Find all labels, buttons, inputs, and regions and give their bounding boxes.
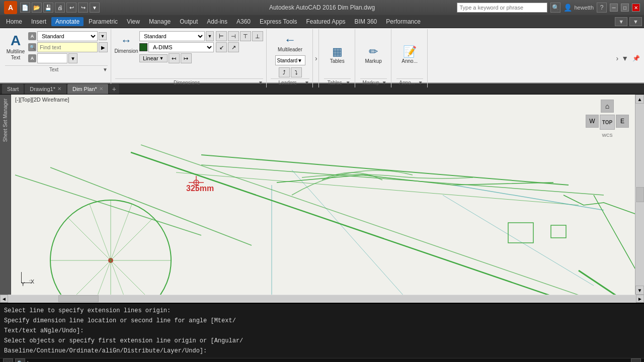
tab-dimplan-close[interactable]: ✕ bbox=[99, 86, 103, 92]
maximize-btn[interactable]: □ bbox=[621, 4, 629, 12]
dimensions-group-expand[interactable]: ▼ bbox=[258, 80, 263, 85]
anno-group-expand[interactable]: ▼ bbox=[418, 80, 423, 85]
cmd-expand-btn[interactable]: ▲ bbox=[631, 358, 641, 362]
menu-performance[interactable]: Performance bbox=[382, 17, 425, 26]
dim-extra-btn1[interactable]: ↙ bbox=[216, 42, 227, 52]
ml-extra-btn1[interactable]: ⤴ bbox=[279, 67, 290, 77]
multileader-btn[interactable]: ← Multileader bbox=[279, 31, 301, 53]
help-btn[interactable]: ? bbox=[597, 3, 607, 13]
new-tab-btn[interactable]: + bbox=[109, 84, 119, 94]
open-btn[interactable]: 📂 bbox=[32, 3, 42, 13]
redo-btn[interactable]: ↪ bbox=[78, 3, 88, 13]
tab-start[interactable]: Start bbox=[2, 84, 24, 94]
ml-extra-btn2[interactable]: ⤵ bbox=[291, 67, 302, 77]
ucs-icon: Y X + bbox=[15, 267, 35, 287]
dim-small-btn1[interactable]: ↤ bbox=[169, 53, 180, 63]
text-style-expand[interactable]: ▼ bbox=[99, 32, 107, 40]
dim-extra-btn2[interactable]: ↗ bbox=[228, 42, 239, 52]
menu-a360[interactable]: A360 bbox=[232, 17, 255, 26]
tab-drawing1-close[interactable]: ✕ bbox=[57, 86, 61, 92]
multiline-text-btn[interactable]: A Multiline Text bbox=[5, 33, 26, 61]
markup-group-expand[interactable]: ▼ bbox=[382, 80, 387, 85]
save-btn[interactable]: 💾 bbox=[43, 3, 53, 13]
close-btn[interactable]: ✕ bbox=[632, 4, 640, 12]
sheet-set-manager-label[interactable]: Sheet Set Manager bbox=[3, 95, 8, 146]
leaders-group-expand[interactable]: ▼ bbox=[304, 80, 309, 85]
search-input[interactable] bbox=[457, 3, 547, 13]
tables-btn[interactable]: ▦ Tables bbox=[330, 31, 345, 77]
cad-canvas[interactable] bbox=[0, 95, 644, 295]
nav-top-btn[interactable]: TOP bbox=[600, 115, 615, 130]
align-left-btn[interactable]: ⊢ bbox=[216, 31, 227, 41]
scroll-down-btn[interactable]: ▼ bbox=[635, 286, 644, 295]
find-text-input[interactable] bbox=[37, 42, 98, 52]
menu-bim360[interactable]: BIM 360 bbox=[351, 17, 381, 26]
tab-start-label: Start bbox=[7, 86, 19, 92]
align-top-btn[interactable]: ⊤ bbox=[240, 31, 251, 41]
menu-manage[interactable]: Manage bbox=[145, 17, 175, 26]
nav-left-btn[interactable]: W bbox=[586, 115, 599, 128]
command-input[interactable]: DIM Select line to specify extension lin… bbox=[34, 359, 629, 362]
menu-home[interactable]: Home bbox=[2, 17, 26, 26]
minimize-btn[interactable]: ─ bbox=[610, 4, 618, 12]
hscroll-left-btn[interactable]: ◄ bbox=[0, 295, 8, 303]
tables-group-expand[interactable]: ▼ bbox=[346, 80, 351, 85]
customize-btn[interactable]: ▼ bbox=[90, 3, 100, 13]
scroll-up-btn[interactable]: ▲ bbox=[635, 95, 644, 104]
menu-addins[interactable]: Add-ins bbox=[203, 17, 231, 26]
svg-rect-0 bbox=[0, 95, 644, 295]
tab-dimplan[interactable]: Dim Plan* ✕ bbox=[67, 84, 108, 94]
ribbon-right-expand[interactable]: › bbox=[615, 29, 619, 87]
dim-style-dropdown[interactable]: Standard bbox=[139, 31, 205, 41]
text-size-input[interactable]: 2.5 bbox=[37, 53, 67, 63]
app-icon[interactable]: A bbox=[4, 1, 17, 14]
ribbon-panel-expand[interactable]: ▼ bbox=[620, 29, 629, 87]
menu-parametric[interactable]: Parametric bbox=[85, 17, 122, 26]
search-icon[interactable]: 🔍 bbox=[550, 3, 560, 13]
text-size-dropdown[interactable]: ▼ bbox=[68, 53, 77, 63]
tables-group-label: Tables bbox=[324, 80, 346, 85]
menu-featured-apps[interactable]: Featured Apps bbox=[302, 17, 350, 26]
text-group-top: A Multiline Text A Standard ▼ 🔍 bbox=[5, 31, 108, 63]
anno-btn[interactable]: 📝 Anno... bbox=[401, 31, 418, 77]
nav-home-btn[interactable]: ⌂ bbox=[601, 100, 614, 113]
dim-style-expand[interactable]: ▼ bbox=[206, 31, 214, 41]
menu-annotate[interactable]: Annotate bbox=[51, 17, 84, 26]
text-group-expand[interactable]: ▼ bbox=[103, 67, 108, 72]
leaders-group-label: Leaders bbox=[271, 80, 304, 85]
menu-output[interactable]: Output bbox=[176, 17, 202, 26]
ribbon-toggle-btn[interactable]: ▼ bbox=[629, 17, 642, 26]
tab-drawing1[interactable]: Drawing1* ✕ bbox=[25, 84, 66, 94]
hscroll-thumb[interactable] bbox=[58, 295, 99, 302]
dimensions-group-label: Dimensions bbox=[115, 80, 258, 85]
menu-insert[interactable]: Insert bbox=[27, 17, 50, 26]
new-btn[interactable]: 📄 bbox=[20, 3, 30, 13]
dimension-btn[interactable]: ↔ Dimension bbox=[115, 31, 137, 57]
align-right-btn[interactable]: ⊣ bbox=[228, 31, 239, 41]
window-title: Autodesk AutoCAD 2016 Dim Plan.dwg bbox=[269, 4, 375, 11]
menu-express-tools[interactable]: Express Tools bbox=[256, 17, 301, 26]
linear-btn[interactable]: Linear ▼ bbox=[139, 54, 168, 62]
ribbon-expand-arrow[interactable]: › bbox=[314, 29, 319, 87]
user-area: 👤 hewetth bbox=[564, 4, 594, 12]
scroll-thumb[interactable] bbox=[636, 187, 644, 202]
find-text-go-btn[interactable]: ▶ bbox=[99, 42, 108, 52]
workspace-dropdown[interactable]: ▼ bbox=[615, 17, 627, 26]
dim-small-btn2[interactable]: ↦ bbox=[181, 53, 192, 63]
ml-style-dropdown[interactable]: Standard▼ bbox=[275, 55, 305, 65]
viewport: Sheet Set Manager [-][Top][2D Wireframe] bbox=[0, 95, 644, 295]
adims-dropdown[interactable]: A-DIMS bbox=[148, 42, 214, 52]
markup-btn[interactable]: ✏ Markup bbox=[365, 31, 381, 77]
cmd-search-btn[interactable]: 🔍 bbox=[15, 358, 25, 362]
cmd-line-1: Select line to specify extension lines o… bbox=[4, 306, 640, 316]
menu-view[interactable]: View bbox=[123, 17, 144, 26]
text-style-dropdown[interactable]: Standard bbox=[37, 31, 98, 41]
linear-dropdown-icon[interactable]: ▼ bbox=[159, 56, 164, 61]
align-bottom-btn[interactable]: ⊥ bbox=[252, 31, 263, 41]
undo-btn[interactable]: ↩ bbox=[66, 3, 76, 13]
print-btn[interactable]: 🖨 bbox=[55, 3, 65, 13]
nav-right-btn[interactable]: E bbox=[616, 115, 629, 128]
cmd-close-btn[interactable]: ✕ bbox=[3, 358, 13, 362]
hscroll-right-btn[interactable]: ► bbox=[636, 295, 644, 303]
ribbon-pin-btn[interactable]: 📌 bbox=[630, 29, 642, 87]
